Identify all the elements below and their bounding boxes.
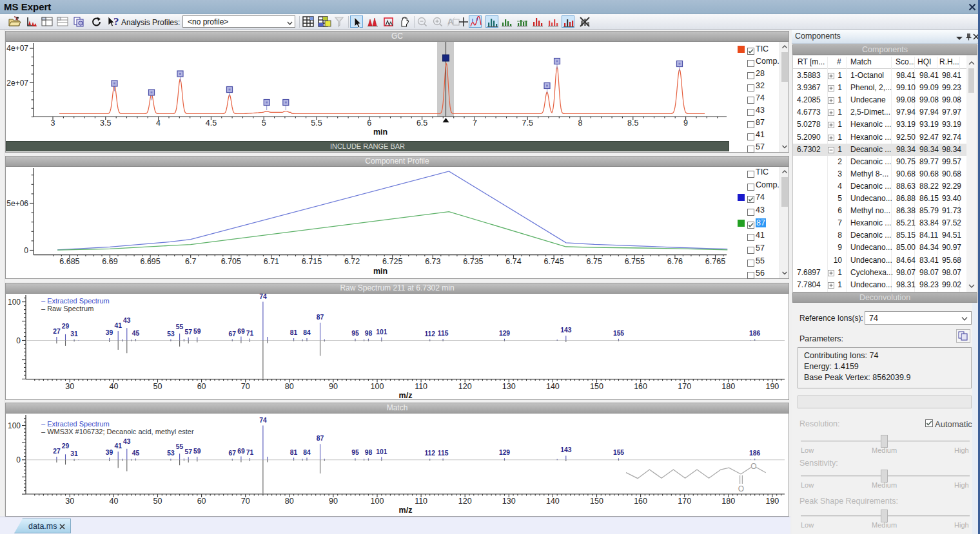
svg-text:155: 155 <box>613 330 624 337</box>
svg-text:67: 67 <box>229 330 237 338</box>
svg-text:39: 39 <box>106 329 113 336</box>
svg-text:190: 190 <box>765 382 779 391</box>
svg-text:115: 115 <box>438 330 449 337</box>
svg-text:6.74: 6.74 <box>505 257 521 266</box>
svg-text:30: 30 <box>65 497 74 506</box>
svg-text:4: 4 <box>156 119 161 128</box>
svg-text:55: 55 <box>176 323 184 330</box>
svg-text:2e+07: 2e+07 <box>6 79 28 88</box>
svg-text:6.73: 6.73 <box>425 257 440 266</box>
svg-text:186: 186 <box>749 450 760 457</box>
svg-text:129: 129 <box>499 449 510 456</box>
svg-text:6: 6 <box>367 119 371 128</box>
svg-text:87: 87 <box>317 314 324 321</box>
svg-text:84: 84 <box>303 329 311 336</box>
svg-text:95: 95 <box>351 330 359 337</box>
svg-text:6.71: 6.71 <box>264 257 279 266</box>
svg-text:6.725: 6.725 <box>382 257 402 266</box>
svg-text:110: 110 <box>415 382 427 391</box>
svg-text:31: 31 <box>70 450 78 457</box>
svg-text:29: 29 <box>62 323 70 330</box>
svg-text:min: min <box>373 267 387 276</box>
svg-text:71: 71 <box>246 330 254 337</box>
svg-text:98: 98 <box>365 449 373 456</box>
svg-text:150: 150 <box>590 382 603 391</box>
svg-text:90: 90 <box>329 497 338 506</box>
svg-text:100: 100 <box>371 497 384 506</box>
svg-text:6.76: 6.76 <box>667 257 683 266</box>
svg-text:180: 180 <box>721 497 735 506</box>
svg-text:120: 120 <box>458 497 472 506</box>
svg-text:– Raw Spectrum: – Raw Spectrum <box>41 305 93 312</box>
svg-text:170: 170 <box>678 497 691 506</box>
svg-text:87: 87 <box>317 435 324 442</box>
svg-text:27: 27 <box>53 328 61 335</box>
svg-text:71: 71 <box>246 449 254 456</box>
svg-text:190: 190 <box>765 497 779 506</box>
svg-text:59: 59 <box>193 328 201 335</box>
svg-text:41: 41 <box>114 443 122 450</box>
svg-text:0: 0 <box>16 455 21 464</box>
svg-text:143: 143 <box>560 327 571 334</box>
svg-text:74: 74 <box>259 417 267 424</box>
svg-text:40: 40 <box>109 382 118 391</box>
svg-text:6.75: 6.75 <box>587 257 602 266</box>
svg-text:7: 7 <box>473 119 477 128</box>
svg-text:6.765: 6.765 <box>705 257 725 266</box>
svg-text:81: 81 <box>290 329 298 336</box>
svg-text:120: 120 <box>458 382 472 391</box>
svg-text:100: 100 <box>8 298 21 307</box>
svg-text:30: 30 <box>65 382 74 391</box>
svg-text:155: 155 <box>613 449 624 456</box>
svg-text:140: 140 <box>546 382 560 391</box>
svg-text:50: 50 <box>153 497 162 506</box>
svg-text:84: 84 <box>303 449 311 456</box>
svg-text:110: 110 <box>415 497 427 506</box>
svg-text:70: 70 <box>241 497 250 506</box>
svg-text:41: 41 <box>114 322 122 329</box>
svg-text:6.7: 6.7 <box>185 257 196 266</box>
svg-text:140: 140 <box>546 497 560 506</box>
svg-text:130: 130 <box>502 497 516 506</box>
svg-text:60: 60 <box>197 497 206 506</box>
svg-text:130: 130 <box>502 382 516 391</box>
svg-text:186: 186 <box>749 330 760 337</box>
svg-text:4.5: 4.5 <box>206 119 217 128</box>
svg-text:8: 8 <box>578 119 583 128</box>
svg-text:115: 115 <box>438 450 449 457</box>
svg-text:95: 95 <box>351 449 359 456</box>
svg-text:31: 31 <box>70 330 78 338</box>
svg-text:170: 170 <box>678 382 691 391</box>
svg-text:53: 53 <box>167 450 175 457</box>
svg-text:9: 9 <box>683 119 688 128</box>
svg-text:5.5: 5.5 <box>311 119 322 128</box>
svg-text:6.5: 6.5 <box>416 119 427 128</box>
svg-text:59: 59 <box>193 448 201 455</box>
svg-text:6.755: 6.755 <box>625 257 645 266</box>
svg-text:7.5: 7.5 <box>522 119 533 128</box>
svg-text:100: 100 <box>8 421 21 430</box>
svg-text:6.72: 6.72 <box>344 257 360 266</box>
svg-text:5: 5 <box>262 119 266 128</box>
svg-text:160: 160 <box>634 382 647 391</box>
svg-text:112: 112 <box>424 450 435 457</box>
svg-text:180: 180 <box>721 382 735 391</box>
svg-text:0: 0 <box>16 336 21 345</box>
svg-text:90: 90 <box>329 382 338 391</box>
svg-text:43: 43 <box>123 317 131 324</box>
svg-text:39: 39 <box>106 449 113 456</box>
svg-text:m/z: m/z <box>399 391 413 399</box>
svg-text:69: 69 <box>237 448 245 455</box>
svg-text:– WMS3X #106732; Decanoic acid: – WMS3X #106732; Decanoic acid, methyl e… <box>41 428 194 435</box>
svg-text:m/z: m/z <box>399 506 413 515</box>
svg-text:70: 70 <box>241 382 250 391</box>
svg-text:50: 50 <box>153 382 162 391</box>
svg-text:74: 74 <box>259 294 267 300</box>
svg-text:101: 101 <box>376 448 387 455</box>
svg-text:55: 55 <box>176 443 184 450</box>
svg-text:100: 100 <box>371 382 384 391</box>
svg-text:6.735: 6.735 <box>463 257 483 266</box>
svg-text:98: 98 <box>365 330 373 337</box>
svg-text:40: 40 <box>109 497 118 506</box>
svg-text:69: 69 <box>237 328 245 335</box>
